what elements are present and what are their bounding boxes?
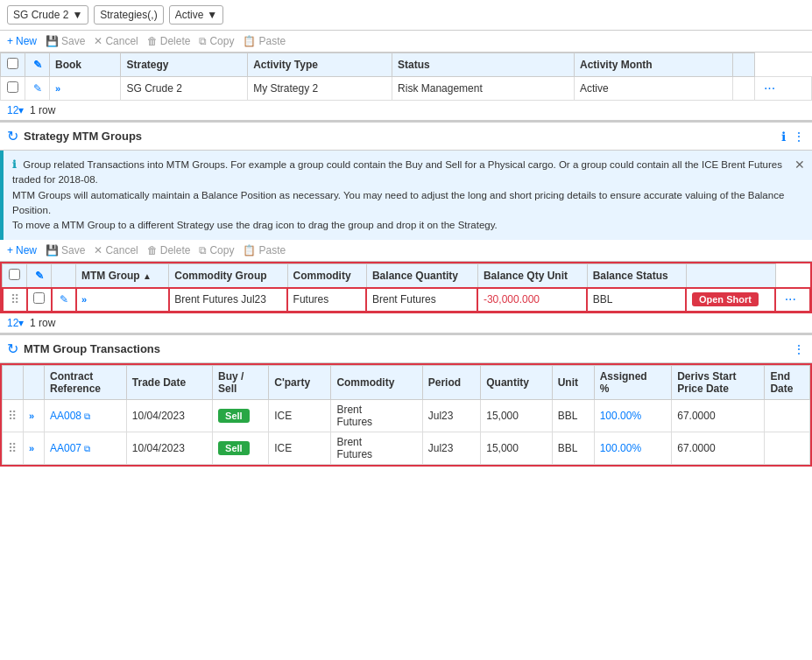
strategy-col-strategy: Strategy — [121, 53, 248, 77]
copy-icon: ⧉ — [199, 35, 207, 47]
mtm-refresh-icon[interactable]: ↻ — [7, 128, 18, 144]
transactions-section-title: MTM Group Transactions — [24, 342, 787, 355]
mtm-col-commodity: Commodity — [287, 264, 366, 288]
mtm-section-header: ↻ Strategy MTM Groups ℹ ⋮ — [0, 121, 812, 151]
mtm-row-expand-cell: » — [76, 288, 169, 312]
mtm-toolbar: + New 💾 Save ✕ Cancel 🗑 Delete ⧉ Copy 📋 … — [0, 240, 812, 262]
mtm-copy-icon: ⧉ — [199, 244, 207, 256]
trans-col-quantity: Quantity — [481, 366, 552, 400]
trans-row2-period: Jul23 — [422, 432, 481, 465]
mtm-row-drag-handle[interactable]: ⠿ — [11, 292, 19, 306]
trans-row2-external-icon[interactable]: ⧉ — [84, 444, 90, 453]
strategy-copy-button[interactable]: ⧉ Copy — [199, 35, 234, 47]
mtm-col-expand — [52, 264, 76, 288]
trans-row1-ref-link[interactable]: AA008 — [50, 410, 81, 422]
trans-row2-quantity: 15,000 — [481, 432, 552, 465]
mtm-row-commodity: Brent Futures — [366, 288, 477, 312]
strategy-paste-button[interactable]: 📋 Paste — [243, 35, 286, 47]
mtm-new-button[interactable]: + New — [7, 244, 37, 256]
trans-row2-buy-sell: Sell — [213, 432, 269, 465]
mtm-balance-status-badge: Open Short — [692, 292, 759, 306]
trans-row2-unit: BBL — [552, 432, 594, 465]
strategy-row-checkbox[interactable] — [7, 81, 18, 93]
mtm-col-actions — [686, 264, 775, 288]
mtm-col-mtmgroup: MTM Group ▲ — [76, 264, 169, 288]
mtm-dots-icon[interactable]: ⋮ — [793, 130, 805, 144]
trans-col-unit: Unit — [552, 366, 594, 400]
status-dropdown[interactable]: Active ▼ — [169, 5, 224, 25]
mtm-copy-button[interactable]: ⧉ Copy — [199, 244, 234, 256]
pencil-icon: ✎ — [33, 59, 42, 71]
mtm-section-icons: ℹ ⋮ — [781, 130, 805, 144]
strategy-select-all-checkbox[interactable] — [7, 58, 18, 69]
trans-row2-ref-link[interactable]: AA007 — [50, 442, 81, 454]
mtm-pagination-count[interactable]: 12▾ — [7, 317, 24, 329]
book-dropdown[interactable]: SG Crude 2 ▼ — [7, 5, 88, 25]
mtm-info-icon[interactable]: ℹ — [781, 130, 786, 144]
trans-row1-drag-handle[interactable]: ⠿ — [8, 409, 17, 423]
trans-row1-period: Jul23 — [422, 400, 481, 432]
transaction-row-2: ⠿ » AA007 ⧉ 10/04/2023 Sell ICE BrentFut… — [3, 432, 810, 465]
mtm-delete-button[interactable]: 🗑 Delete — [147, 244, 191, 256]
mtm-row-expand-icon[interactable]: » — [81, 294, 87, 305]
strategy-row-strategy: My Strategy 2 — [248, 77, 392, 101]
mtm-row-edit-icon[interactable]: ✎ — [60, 293, 68, 305]
strategy-row-edit-icon[interactable]: ✎ — [33, 82, 42, 95]
trans-col-end-date: EndDate — [765, 366, 810, 400]
top-bar: SG Crude 2 ▼ Strategies(,) Active ▼ — [0, 0, 812, 31]
mtm-row-balance-qty: -30,000.000 — [477, 288, 587, 312]
strategy-dropdown[interactable]: Strategies(,) — [94, 5, 163, 25]
strategy-row-book: SG Crude 2 — [121, 77, 248, 101]
mtm-cancel-button[interactable]: ✕ Cancel — [94, 244, 138, 256]
transactions-section-header: ↻ MTM Group Transactions ⋮ — [0, 334, 812, 363]
trans-row2-derivs-start: 67.0000 — [672, 432, 765, 465]
strategy-delete-button[interactable]: 🗑 Delete — [147, 35, 191, 47]
mtm-row-checkbox[interactable] — [33, 292, 45, 304]
trans-row1-cparty: ICE — [269, 400, 331, 432]
trans-col-expand — [24, 366, 45, 400]
mtm-save-icon: 💾 — [46, 244, 59, 256]
status-chevron-icon: ▼ — [207, 9, 217, 21]
transactions-dots-icon[interactable]: ⋮ — [793, 342, 805, 356]
strategy-row-expand-icon[interactable]: » — [55, 83, 60, 94]
trans-row2-expand-icon[interactable]: » — [29, 443, 34, 453]
trans-row2-drag: ⠿ — [3, 432, 24, 465]
info-box-close-button[interactable]: ✕ — [794, 156, 805, 174]
mtm-table: ✎ MTM Group ▲ Commodity Group Commodity … — [2, 263, 810, 312]
mtm-save-button[interactable]: 💾 Save — [46, 244, 85, 256]
trans-row2-end-date — [765, 432, 810, 465]
strategy-row-dots-button[interactable]: ··· — [760, 81, 779, 96]
mtm-row: ⠿ ✎ » Brent Futures Jul23 Futures Brent … — [3, 288, 810, 312]
book-dropdown-label: SG Crude 2 — [13, 9, 68, 21]
mtm-col-balance-qty: Balance Quantity — [366, 264, 477, 288]
trans-col-derivs-start: Derivs StartPrice Date — [672, 366, 765, 400]
mtm-row-edit-cell: ✎ — [52, 288, 76, 312]
mtm-row-dots-button[interactable]: ··· — [781, 291, 800, 307]
strategy-save-button[interactable]: 💾 Save — [46, 35, 85, 47]
strategy-toolbar: + New 💾 Save ✕ Cancel 🗑 Delete ⧉ Copy 📋 … — [0, 31, 812, 53]
trans-row2-drag-handle[interactable]: ⠿ — [8, 441, 17, 455]
strategy-cancel-button[interactable]: ✕ Cancel — [94, 35, 138, 47]
trans-row2-sell-badge: Sell — [218, 441, 250, 455]
mtm-row-balance-status: Open Short — [686, 288, 775, 312]
trans-row1-sell-badge: Sell — [218, 409, 250, 423]
mtm-select-all-col — [3, 264, 27, 288]
trans-row1-external-icon[interactable]: ⧉ — [84, 411, 90, 421]
mtm-select-all-checkbox[interactable] — [9, 269, 20, 280]
mtm-section-title: Strategy MTM Groups — [24, 130, 776, 143]
trans-col-cparty: C'party — [269, 366, 331, 400]
trans-col-drag — [3, 366, 24, 400]
strategy-col-actions — [733, 53, 755, 77]
strategy-pagination-count[interactable]: 12▾ — [7, 104, 24, 116]
mtm-paste-button[interactable]: 📋 Paste — [243, 244, 286, 256]
save-icon: 💾 — [46, 35, 59, 47]
strategy-col-book: Book — [50, 53, 121, 77]
mtm-delete-icon: 🗑 — [147, 244, 158, 256]
trans-row1-expand-icon[interactable]: » — [29, 411, 34, 421]
mtm-col-commodity-group: Commodity Group — [169, 264, 287, 288]
trans-row1-unit: BBL — [552, 400, 594, 432]
strategy-new-button[interactable]: + New — [7, 35, 37, 47]
mtm-row-drag-cell: ⠿ — [3, 288, 27, 312]
transactions-table: ContractReference Trade Date Buy /Sell C… — [2, 365, 810, 465]
transactions-refresh-icon[interactable]: ↻ — [7, 341, 18, 357]
